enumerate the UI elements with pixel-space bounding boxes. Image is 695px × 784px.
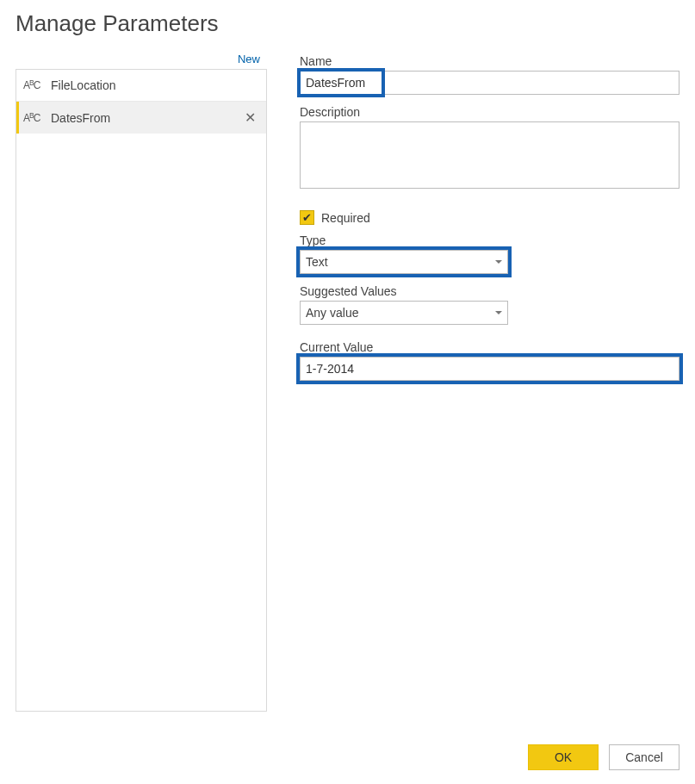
description-label: Description [300,105,679,119]
parameter-item-filelocation[interactable]: ABC FileLocation [16,70,266,102]
name-input[interactable] [300,71,679,95]
suggested-label: Suggested Values [300,284,679,298]
description-field-group: Description [300,105,679,191]
cancel-button[interactable]: Cancel [609,744,679,770]
content-area: New ABC FileLocation ABC DatesFrom ✕ Nam… [16,53,679,712]
name-field-group: Name [300,54,679,95]
description-input[interactable] [300,121,679,189]
parameter-item-label: DatesFrom [51,111,241,125]
type-label: Type [300,233,679,247]
required-row: ✔ Required [300,210,679,225]
chevron-down-icon [495,260,502,264]
dialog-title: Manage Parameters [16,10,679,37]
type-field-group: Type Text [300,233,679,274]
text-type-icon: ABC [23,79,42,91]
button-row: OK Cancel [528,744,679,770]
form-column: Name Description ✔ Required Type Text [300,53,679,712]
required-label: Required [321,211,370,225]
type-select[interactable]: Text [300,250,508,274]
parameter-item-datesfrom[interactable]: ABC DatesFrom ✕ [16,102,266,134]
delete-parameter-icon[interactable]: ✕ [241,111,259,125]
name-label: Name [300,54,679,68]
current-value-label: Current Value [300,340,679,354]
ok-button[interactable]: OK [528,744,599,770]
chevron-down-icon [495,311,502,314]
text-type-icon: ABC [23,112,42,124]
type-select-value: Text [306,255,495,269]
current-value-group: Current Value [300,340,679,381]
suggested-select-value: Any value [306,306,495,320]
required-checkbox[interactable]: ✔ [300,210,314,225]
suggested-values-select[interactable]: Any value [300,301,508,325]
left-column: New ABC FileLocation ABC DatesFrom ✕ [16,53,267,712]
new-parameter-link[interactable]: New [16,53,267,69]
suggested-field-group: Suggested Values Any value [300,284,679,325]
parameter-item-label: FileLocation [51,78,259,92]
current-value-input[interactable] [300,357,679,381]
parameter-list: ABC FileLocation ABC DatesFrom ✕ [16,69,267,712]
